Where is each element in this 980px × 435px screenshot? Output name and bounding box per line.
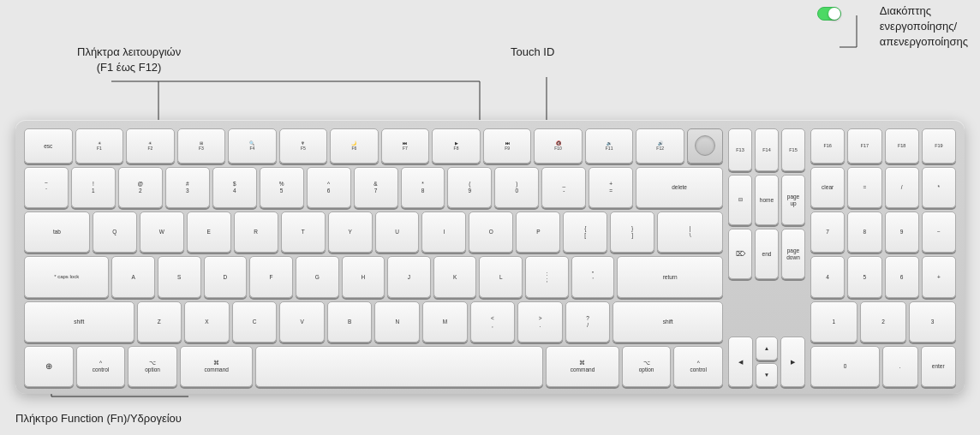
key-lbracket[interactable]: {[	[563, 212, 607, 253]
key-tilde[interactable]: ~`	[24, 167, 69, 208]
key-comma[interactable]: <,	[470, 301, 516, 343]
key-z[interactable]: Z	[137, 301, 182, 343]
key-right[interactable]: ▶	[780, 337, 805, 387]
key-nummultiply[interactable]: *	[922, 167, 956, 208]
key-numplus[interactable]: +	[922, 256, 956, 297]
key-r[interactable]: R	[234, 212, 278, 253]
key-rcommand[interactable]: ⌘command	[546, 346, 618, 387]
key-a[interactable]: A	[111, 256, 155, 297]
key-q[interactable]: Q	[93, 212, 137, 253]
key-rbracket[interactable]: }]	[610, 212, 654, 253]
key-f7[interactable]: ⏮F7	[381, 128, 430, 164]
key-w[interactable]: W	[140, 212, 184, 253]
key-2[interactable]: @2	[118, 167, 163, 208]
key-t[interactable]: T	[281, 212, 326, 253]
key-touchid[interactable]	[687, 128, 723, 164]
key-1[interactable]: !1	[71, 167, 116, 208]
key-space[interactable]	[255, 346, 543, 387]
key-pagedown[interactable]: pagedown	[781, 229, 805, 279]
key-loption[interactable]: ⌥option	[128, 346, 177, 387]
key-f2[interactable]: ☀F2	[126, 128, 175, 164]
key-e[interactable]: E	[187, 212, 231, 253]
key-rcontrol[interactable]: ^control	[673, 346, 723, 387]
key-f19[interactable]: F19	[922, 128, 956, 164]
key-f14[interactable]: F14	[755, 128, 779, 171]
key-d[interactable]: D	[204, 256, 248, 297]
key-left[interactable]: ◀	[728, 337, 753, 387]
key-4[interactable]: $4	[212, 167, 257, 208]
key-num7[interactable]: 7	[810, 212, 845, 253]
key-numdivide[interactable]: /	[885, 167, 919, 208]
key-fn[interactable]: ⊕	[24, 346, 74, 387]
key-v[interactable]: V	[279, 301, 325, 343]
key-f17[interactable]: F17	[847, 128, 881, 164]
key-u[interactable]: U	[375, 212, 420, 253]
key-f15[interactable]: F15	[781, 128, 805, 171]
key-roption[interactable]: ⌥option	[622, 346, 672, 387]
key-minus[interactable]: _-	[541, 167, 586, 208]
key-i[interactable]: I	[421, 212, 466, 253]
key-num9[interactable]: 9	[885, 212, 919, 253]
key-numequals[interactable]: =	[847, 167, 881, 208]
key-insert[interactable]: ⊟	[728, 175, 752, 225]
key-numenter[interactable]: enter	[921, 346, 957, 387]
key-num5[interactable]: 5	[847, 256, 881, 297]
key-j[interactable]: J	[387, 256, 431, 297]
key-f9[interactable]: ⏭F9	[483, 128, 532, 164]
key-end[interactable]: end	[755, 229, 779, 279]
key-l[interactable]: L	[479, 256, 523, 297]
key-pageup[interactable]: pageup	[781, 175, 805, 225]
key-up[interactable]: ▲	[756, 337, 779, 361]
key-fwdel[interactable]: ⌦	[728, 229, 752, 279]
key-0[interactable]: )0	[494, 167, 539, 208]
key-lshift[interactable]: shift	[24, 301, 134, 343]
key-period[interactable]: >.	[517, 301, 563, 343]
key-semicolon[interactable]: :;	[525, 256, 569, 297]
key-f12[interactable]: 🔊F12	[636, 128, 684, 164]
key-6[interactable]: ^6	[307, 167, 351, 208]
key-numdot[interactable]: .	[882, 346, 918, 387]
key-s[interactable]: S	[158, 256, 201, 297]
key-o[interactable]: O	[469, 212, 513, 253]
key-lcontrol[interactable]: ^ control	[76, 346, 126, 387]
key-equals[interactable]: +=	[589, 167, 633, 208]
key-f[interactable]: F	[249, 256, 293, 297]
key-g[interactable]: G	[296, 256, 339, 297]
key-f11[interactable]: 🔉F11	[585, 128, 634, 164]
key-num8[interactable]: 8	[847, 212, 881, 253]
key-num2[interactable]: 2	[860, 301, 907, 343]
key-num3[interactable]: 3	[909, 301, 956, 343]
key-numclear[interactable]: clear	[810, 167, 845, 208]
key-f3[interactable]: ⊞F3	[177, 128, 226, 164]
key-quote[interactable]: "'	[571, 256, 615, 297]
key-f4[interactable]: 🔍F4	[228, 128, 277, 164]
key-8[interactable]: *8	[401, 167, 445, 208]
key-numminus[interactable]: −	[922, 212, 956, 253]
key-capslock[interactable]: * caps lock	[24, 256, 109, 297]
key-down[interactable]: ▼	[756, 363, 779, 387]
key-num1[interactable]: 1	[810, 301, 858, 343]
key-f10[interactable]: 🔇F10	[534, 128, 583, 164]
key-c[interactable]: C	[232, 301, 278, 343]
key-tab[interactable]: tab	[24, 212, 90, 253]
key-n[interactable]: N	[374, 301, 420, 343]
key-h[interactable]: H	[342, 256, 385, 297]
key-f18[interactable]: F18	[885, 128, 919, 164]
key-5[interactable]: %5	[260, 167, 304, 208]
key-num4[interactable]: 4	[810, 256, 845, 297]
key-num0[interactable]: 0	[810, 346, 880, 387]
key-num6[interactable]: 6	[885, 256, 919, 297]
key-7[interactable]: &7	[354, 167, 398, 208]
key-9[interactable]: (9	[447, 167, 492, 208]
key-f5[interactable]: 🎙F5	[279, 128, 328, 164]
key-f13[interactable]: F13	[728, 128, 752, 171]
key-y[interactable]: Y	[328, 212, 373, 253]
key-x[interactable]: X	[184, 301, 230, 343]
key-f8[interactable]: ▶F8	[432, 128, 481, 164]
key-f16[interactable]: F16	[810, 128, 845, 164]
key-lcommand[interactable]: ⌘command	[180, 346, 253, 387]
key-home[interactable]: home	[755, 175, 779, 225]
key-k[interactable]: K	[433, 256, 477, 297]
key-esc[interactable]: esc	[24, 128, 73, 164]
key-slash[interactable]: ?/	[565, 301, 611, 343]
